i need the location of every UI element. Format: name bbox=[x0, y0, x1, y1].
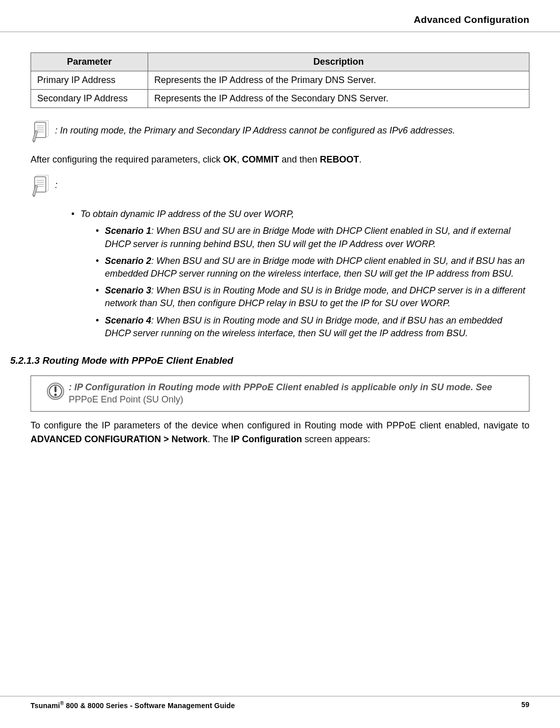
note-icon bbox=[31, 120, 51, 146]
text: After configuring the required parameter… bbox=[31, 154, 223, 165]
scenario-text: : When BSU is in Routing Mode and SU is … bbox=[105, 285, 525, 308]
text: 800 & 8000 Series - Software Management … bbox=[64, 702, 235, 710]
nav-path: ADVANCED CONFIGURATION > Network bbox=[31, 434, 208, 444]
text: Tsunami bbox=[31, 702, 60, 710]
scenario-block: • To obtain dynamic IP address of the SU… bbox=[71, 208, 529, 340]
caution-link[interactable]: PPPoE End Point (SU Only) bbox=[69, 394, 183, 405]
scenario-label: Scenario 3 bbox=[105, 285, 151, 295]
cell-param: Secondary IP Address bbox=[31, 90, 148, 108]
table-header-parameter: Parameter bbox=[31, 53, 148, 71]
caution-box: : IP Configuration in Routing mode with … bbox=[31, 375, 529, 412]
bullet-dot: • bbox=[71, 208, 80, 221]
text: and then bbox=[279, 154, 320, 165]
bullet-dot: • bbox=[96, 284, 105, 310]
note-icon bbox=[31, 175, 51, 201]
footer-rule bbox=[0, 696, 560, 696]
text-commit: COMMIT bbox=[242, 154, 279, 165]
scenario-text: : When BSU is in Routing mode and SU in … bbox=[105, 315, 502, 338]
scenario-text: : When BSU and SU are in Bridge mode wit… bbox=[105, 256, 525, 279]
svg-point-13 bbox=[54, 393, 57, 396]
caution-lead: : IP Configuration in Routing mode with … bbox=[69, 382, 492, 392]
cell-desc: Represents the IP Address of the Seconda… bbox=[148, 90, 529, 108]
note-text: : In routing mode, the Primary and Secon… bbox=[55, 120, 455, 136]
table-row: Secondary IP Address Represents the IP A… bbox=[31, 90, 529, 108]
text-reboot: REBOOT bbox=[320, 154, 359, 165]
page-header-title: Advanced Configuration bbox=[31, 14, 529, 25]
text: . The bbox=[208, 434, 231, 444]
table-header-description: Description bbox=[148, 53, 529, 71]
after-config-sentence: After configuring the required parameter… bbox=[31, 153, 529, 166]
scenario-label: Scenario 4 bbox=[105, 315, 151, 326]
scenario-label: Scenario 1 bbox=[105, 226, 151, 236]
registered-mark: ® bbox=[60, 700, 64, 706]
bullet-dot: • bbox=[96, 225, 105, 250]
text: screen appears: bbox=[302, 434, 370, 444]
bullet-dot: • bbox=[96, 314, 105, 340]
note-routing-mode: : In routing mode, the Primary and Secon… bbox=[31, 120, 529, 146]
list-item: • Scenario 1: When BSU and SU are in Bri… bbox=[96, 225, 529, 250]
navigation-instruction: To configure the IP parameters of the de… bbox=[31, 419, 529, 446]
list-item: • Scenario 4: When BSU is in Routing mod… bbox=[96, 314, 529, 340]
text: To configure the IP parameters of the de… bbox=[31, 420, 529, 430]
footer-left: Tsunami® 800 & 8000 Series - Software Ma… bbox=[31, 700, 235, 710]
scenario-lead: • To obtain dynamic IP address of the SU… bbox=[71, 208, 529, 221]
scenario-text: : When BSU and SU are in Bridge Mode wit… bbox=[105, 226, 511, 249]
text: . bbox=[359, 154, 361, 165]
cell-param: Primary IP Address bbox=[31, 71, 148, 90]
page-footer: Tsunami® 800 & 8000 Series - Software Ma… bbox=[31, 696, 529, 710]
section-heading: 5.2.1.3 Routing Mode with PPPoE Client E… bbox=[10, 355, 529, 366]
text-ok: OK bbox=[223, 154, 237, 165]
parameter-table: Parameter Description Primary IP Address… bbox=[31, 52, 529, 108]
header-rule bbox=[0, 32, 560, 32]
svg-rect-12 bbox=[54, 386, 57, 392]
cell-desc: Represents the IP Address of the Primary… bbox=[148, 71, 529, 90]
page-number: 59 bbox=[521, 700, 529, 710]
list-item: • Scenario 2: When BSU and SU are in Bri… bbox=[96, 255, 529, 280]
note-text: : bbox=[55, 175, 58, 191]
caution-icon bbox=[46, 382, 65, 403]
table-row: Primary IP Address Represents the IP Add… bbox=[31, 71, 529, 90]
list-item: • Scenario 3: When BSU is in Routing Mod… bbox=[96, 284, 529, 310]
text: , bbox=[237, 154, 242, 165]
scenario-label: Scenario 2 bbox=[105, 256, 151, 266]
bullet-dot: • bbox=[96, 255, 105, 280]
note-scenarios: : bbox=[31, 175, 529, 201]
screen-name: IP Configuration bbox=[231, 434, 302, 444]
text: To obtain dynamic IP address of the SU o… bbox=[80, 208, 294, 221]
